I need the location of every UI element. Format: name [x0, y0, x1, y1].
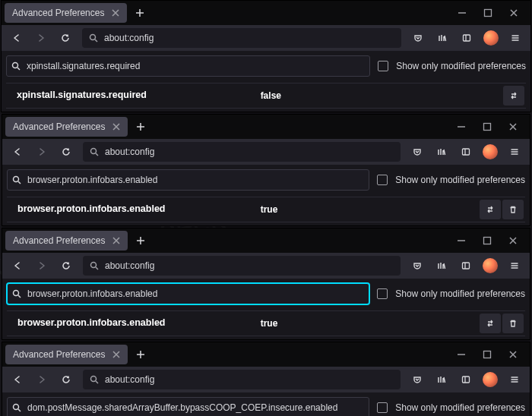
pocket-button[interactable]	[407, 27, 429, 49]
browser-window: Advanced Preferences	[2, 342, 530, 416]
library-button[interactable]	[431, 255, 452, 276]
forward-button[interactable]	[31, 141, 52, 162]
show-modified-checkbox[interactable]	[377, 175, 388, 185]
browser-tab[interactable]: Advanced Preferences	[5, 117, 128, 137]
aboutconfig-content: Show only modified preferences xpinstall…	[2, 51, 530, 112]
pref-search-field[interactable]	[7, 283, 369, 304]
tab-bar: Advanced Preferences	[2, 115, 530, 139]
pref-row: browser.proton.infobars.enabled true	[7, 197, 525, 222]
window-minimize-button[interactable]	[451, 117, 472, 137]
library-button[interactable]	[432, 27, 453, 49]
search-icon	[90, 147, 99, 156]
nav-toolbar	[2, 25, 530, 51]
forward-button[interactable]	[30, 27, 52, 49]
url-bar[interactable]	[82, 28, 401, 48]
reload-button[interactable]	[55, 255, 77, 276]
new-tab-button[interactable]	[130, 3, 150, 23]
back-button[interactable]	[7, 255, 28, 276]
nav-toolbar	[2, 139, 530, 165]
pref-search-input[interactable]	[26, 402, 364, 414]
pref-name: browser.proton.infobars.enabled	[17, 317, 261, 329]
window-close-button[interactable]	[502, 117, 524, 137]
reset-button[interactable]	[502, 314, 524, 333]
sidebar-button[interactable]	[455, 255, 477, 276]
reload-button[interactable]	[55, 369, 77, 390]
tab-bar: Advanced Preferences	[2, 228, 530, 253]
sidebar-button[interactable]	[456, 27, 477, 49]
profile-button[interactable]	[480, 255, 501, 276]
show-modified-label: Show only modified preferences	[396, 61, 526, 71]
pref-value: true	[261, 318, 480, 329]
back-button[interactable]	[7, 141, 28, 162]
show-modified-checkbox[interactable]	[377, 402, 388, 413]
pocket-button[interactable]	[407, 255, 428, 276]
forward-button[interactable]	[31, 369, 52, 390]
browser-tab[interactable]: Advanced Preferences	[5, 3, 127, 23]
new-tab-button[interactable]	[131, 231, 150, 251]
reload-button[interactable]	[55, 27, 76, 49]
app-menu-button[interactable]	[504, 141, 525, 162]
back-button[interactable]	[6, 27, 27, 49]
pref-search-field[interactable]	[7, 397, 369, 416]
window-close-button[interactable]	[503, 3, 524, 23]
window-maximize-button[interactable]	[477, 231, 498, 251]
profile-button[interactable]	[480, 27, 502, 49]
browser-tab[interactable]: Advanced Preferences	[5, 345, 128, 364]
pref-search-field[interactable]	[6, 55, 370, 77]
pocket-button[interactable]	[407, 369, 428, 390]
window-maximize-button[interactable]	[477, 117, 498, 137]
tab-close-button[interactable]	[111, 235, 122, 246]
pref-search-input[interactable]	[26, 174, 364, 186]
tab-close-button[interactable]	[110, 8, 121, 18]
tab-close-button[interactable]	[111, 121, 122, 132]
toggle-button[interactable]	[503, 86, 524, 106]
pref-search-input[interactable]	[25, 60, 365, 72]
new-tab-button[interactable]	[131, 345, 150, 364]
tab-close-button[interactable]	[111, 349, 122, 360]
show-modified-checkbox[interactable]	[377, 288, 388, 299]
url-bar[interactable]	[83, 256, 401, 276]
avatar	[483, 372, 498, 387]
window-close-button[interactable]	[502, 231, 524, 251]
sidebar-button[interactable]	[455, 141, 477, 162]
app-menu-button[interactable]	[505, 27, 526, 49]
url-input[interactable]	[103, 32, 394, 44]
url-input[interactable]	[103, 373, 394, 386]
toggle-button[interactable]	[480, 200, 501, 219]
show-modified-label: Show only modified preferences	[395, 175, 525, 185]
pref-name: xpinstall.signatures.required	[17, 90, 261, 102]
reload-button[interactable]	[55, 141, 77, 162]
window-maximize-button[interactable]	[477, 3, 499, 23]
url-input[interactable]	[103, 146, 394, 158]
reset-button[interactable]	[502, 200, 524, 219]
pref-search-input[interactable]	[26, 288, 364, 300]
url-input[interactable]	[103, 260, 394, 272]
forward-button[interactable]	[31, 255, 52, 276]
show-modified-checkbox[interactable]	[378, 61, 388, 71]
new-tab-button[interactable]	[131, 117, 150, 137]
url-bar[interactable]	[83, 142, 401, 162]
library-button[interactable]	[431, 369, 452, 390]
window-minimize-button[interactable]	[451, 231, 472, 251]
window-minimize-button[interactable]	[451, 345, 472, 364]
show-modified-label: Show only modified preferences	[395, 402, 525, 413]
app-menu-button[interactable]	[504, 255, 525, 276]
pref-value: true	[261, 204, 480, 215]
app-menu-button[interactable]	[504, 369, 525, 390]
profile-button[interactable]	[480, 141, 501, 162]
back-button[interactable]	[7, 369, 28, 390]
browser-tab[interactable]: Advanced Preferences	[5, 231, 128, 251]
window-close-button[interactable]	[502, 345, 524, 364]
pocket-button[interactable]	[407, 141, 428, 162]
sidebar-button[interactable]	[455, 369, 477, 390]
search-icon	[12, 175, 21, 184]
search-icon	[11, 61, 21, 71]
toggle-button[interactable]	[480, 314, 501, 333]
profile-button[interactable]	[480, 369, 501, 390]
window-maximize-button[interactable]	[477, 345, 498, 364]
nav-toolbar	[2, 367, 530, 392]
window-minimize-button[interactable]	[451, 3, 473, 23]
url-bar[interactable]	[83, 370, 401, 389]
library-button[interactable]	[431, 141, 452, 162]
pref-search-field[interactable]	[7, 169, 369, 191]
